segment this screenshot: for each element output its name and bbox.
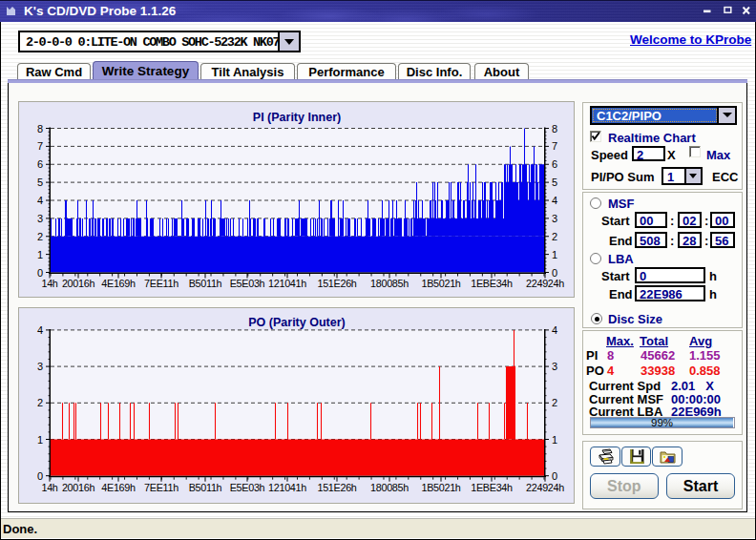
svg-text:1: 1 xyxy=(37,249,43,260)
svg-text:2: 2 xyxy=(37,231,43,242)
svg-text:3: 3 xyxy=(37,361,43,372)
svg-text:14h: 14h xyxy=(41,278,57,289)
svg-text:4E169h: 4E169h xyxy=(101,278,136,289)
svg-text:121041h: 121041h xyxy=(268,278,306,289)
svg-text:4: 4 xyxy=(552,195,557,206)
svg-text:151E26h: 151E26h xyxy=(317,278,356,289)
svg-text:3: 3 xyxy=(552,213,557,224)
svg-text:7EE11h: 7EE11h xyxy=(144,482,178,493)
svg-text:8: 8 xyxy=(552,123,557,135)
svg-text:6: 6 xyxy=(552,158,557,170)
svg-text:5: 5 xyxy=(37,177,43,188)
svg-text:0: 0 xyxy=(552,470,557,482)
svg-text:1B5021h: 1B5021h xyxy=(421,278,460,289)
svg-text:3: 3 xyxy=(37,213,43,224)
svg-text:1: 1 xyxy=(552,249,557,260)
svg-text:0: 0 xyxy=(37,267,43,279)
svg-text:7EE11h: 7EE11h xyxy=(144,278,178,289)
svg-text:1: 1 xyxy=(37,434,43,446)
svg-text:4: 4 xyxy=(37,324,43,336)
svg-text:0: 0 xyxy=(552,267,557,279)
svg-text:2: 2 xyxy=(552,397,557,408)
svg-text:B5011h: B5011h xyxy=(189,482,222,493)
svg-text:4E169h: 4E169h xyxy=(101,482,136,493)
svg-text:E5E03h: E5E03h xyxy=(230,482,265,493)
svg-text:14h: 14h xyxy=(41,482,57,493)
svg-text:2: 2 xyxy=(37,397,43,408)
svg-text:PI (Parity Inner): PI (Parity Inner) xyxy=(253,111,341,124)
svg-text:224924h: 224924h xyxy=(526,482,564,493)
svg-text:20016h: 20016h xyxy=(62,482,95,493)
svg-text:0: 0 xyxy=(37,470,43,482)
svg-text:8: 8 xyxy=(37,123,43,135)
svg-text:7: 7 xyxy=(37,140,43,152)
svg-text:1EBE34h: 1EBE34h xyxy=(471,482,513,493)
svg-text:6: 6 xyxy=(37,158,43,170)
svg-text:224924h: 224924h xyxy=(526,278,564,289)
svg-text:B5011h: B5011h xyxy=(189,278,222,289)
svg-text:PO (Parity Outer): PO (Parity Outer) xyxy=(248,316,345,329)
svg-text:180085h: 180085h xyxy=(370,278,409,289)
svg-text:1: 1 xyxy=(552,434,557,446)
svg-text:1EBE34h: 1EBE34h xyxy=(471,278,513,289)
svg-text:2: 2 xyxy=(552,231,557,242)
svg-text:4: 4 xyxy=(552,324,557,336)
svg-text:151E26h: 151E26h xyxy=(317,482,356,493)
svg-text:20016h: 20016h xyxy=(62,278,95,289)
svg-text:5: 5 xyxy=(552,177,557,188)
svg-text:E5E03h: E5E03h xyxy=(230,278,265,289)
svg-text:3: 3 xyxy=(552,361,557,372)
svg-text:1B5021h: 1B5021h xyxy=(421,482,460,493)
svg-text:121041h: 121041h xyxy=(268,482,306,493)
svg-text:180085h: 180085h xyxy=(370,482,409,493)
svg-text:7: 7 xyxy=(552,140,557,152)
svg-text:4: 4 xyxy=(37,195,43,206)
